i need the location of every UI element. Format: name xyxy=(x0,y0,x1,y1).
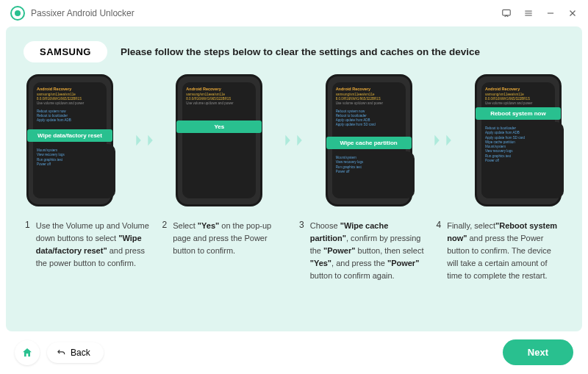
menu-icon[interactable] xyxy=(523,8,534,18)
svg-rect-0 xyxy=(503,10,511,15)
step-4: 4 Finally, select"Reboot system now" and… xyxy=(437,220,564,282)
highlight-reboot: Reboot system now xyxy=(476,107,561,120)
content-panel: SAMSUNG Please follow the steps below to… xyxy=(6,26,582,331)
highlight-wipe-cache: Wipe cache partition xyxy=(326,137,412,149)
step-3-text: Choose "Wipe cache partition", confirm b… xyxy=(310,220,426,282)
arrow-icon xyxy=(134,132,156,148)
phone-step2: Android Recovery samsung/sm11eea/sm11e 8… xyxy=(176,74,262,206)
highlight-yes: Yes xyxy=(176,121,262,133)
step-4-text: Finally, select"Reboot system now" and p… xyxy=(447,220,563,282)
phone-step4: Android Recovery samsung/sm11eea/sm11e 8… xyxy=(475,74,562,206)
brand-badge: SAMSUNG xyxy=(24,41,107,62)
arrow-icon xyxy=(283,132,305,148)
home-button[interactable] xyxy=(15,340,40,365)
step-1-text: Use the Volume up and Volume down button… xyxy=(36,220,152,282)
steps-row: 1 Use the Volume up and Volume down butt… xyxy=(24,220,564,282)
phones-row: Android Recovery samsung/sm11eea/sm11e 8… xyxy=(24,74,564,206)
close-icon[interactable] xyxy=(567,8,578,18)
app-logo-icon xyxy=(10,6,25,21)
step-2-text: Select "Yes" on the pop-up page and pres… xyxy=(173,220,289,282)
back-arrow-icon xyxy=(56,348,66,358)
title-left: Passixer Android Unlocker xyxy=(10,6,135,21)
highlight-wipe-data: Wipe data/factory reset xyxy=(27,129,112,142)
instruction-text: Please follow the steps below to clear t… xyxy=(121,46,480,57)
back-button[interactable]: Back xyxy=(47,342,104,363)
title-right xyxy=(501,8,578,18)
header-row: SAMSUNG Please follow the steps below to… xyxy=(24,41,564,62)
step-1: 1 Use the Volume up and Volume down butt… xyxy=(25,220,152,282)
footer: Back Next xyxy=(15,339,573,365)
home-icon xyxy=(21,347,33,359)
next-button[interactable]: Next xyxy=(503,339,573,365)
step-3: 3 Choose "Wipe cache partition", confirm… xyxy=(299,220,426,282)
phone-step1: Android Recovery samsung/sm11eea/sm11e 8… xyxy=(26,74,113,206)
minimize-icon[interactable] xyxy=(545,8,556,18)
feedback-icon[interactable] xyxy=(501,8,512,18)
step-2: 2 Select "Yes" on the pop-up page and pr… xyxy=(162,220,290,282)
phone-step3: Android Recovery samsung/sm11eea/sm11e 8… xyxy=(326,74,412,206)
arrow-icon xyxy=(432,132,454,148)
titlebar: Passixer Android Unlocker xyxy=(0,0,588,26)
back-label: Back xyxy=(71,348,90,358)
app-title: Passixer Android Unlocker xyxy=(31,8,135,18)
